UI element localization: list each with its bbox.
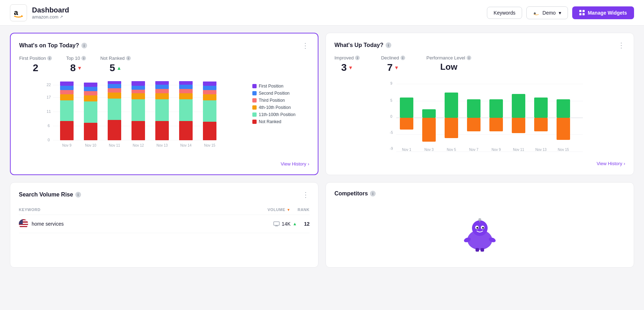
- svg-rect-54: [179, 93, 193, 99]
- improved-value: 3 ▼: [334, 62, 360, 73]
- search-volume-card: Search Volume Rise i ⋮ KEYWORD VOLUME ▼ …: [10, 182, 318, 268]
- svg-text:Nov 9: Nov 9: [492, 148, 501, 152]
- whats-on-top-card: What's on Top Today? i ⋮ First Position …: [10, 33, 318, 175]
- svg-rect-40: [132, 93, 145, 99]
- top10-value: 8 ▼: [66, 62, 86, 74]
- legend-color-second: [252, 91, 257, 95]
- whats-up-card: What's Up Today? i ⋮ Improved i 3 ▼ Decl…: [326, 33, 634, 175]
- svg-rect-108: [19, 225, 28, 226]
- svg-rect-57: [179, 81, 193, 85]
- svg-rect-76: [400, 98, 413, 118]
- manage-widgets-button[interactable]: Manage Widgets: [572, 6, 634, 19]
- top10-info[interactable]: i: [81, 56, 86, 61]
- svg-rect-86: [467, 118, 481, 131]
- declined-info[interactable]: i: [401, 56, 405, 60]
- svg-rect-27: [84, 91, 97, 95]
- svg-rect-48: [155, 89, 169, 93]
- grid-icon: [579, 10, 585, 16]
- svg-rect-5: [579, 13, 581, 15]
- top-chart-area: 22 17 11 6 0: [19, 81, 309, 157]
- info-icon[interactable]: i: [81, 43, 87, 48]
- svg-rect-20: [60, 90, 74, 94]
- competitors-illustration: [334, 203, 625, 259]
- svg-rect-59: [203, 122, 216, 140]
- svg-text:-9: -9: [390, 147, 393, 151]
- svg-rect-52: [179, 121, 193, 140]
- search-volume-info-icon[interactable]: i: [75, 192, 81, 198]
- improved-info[interactable]: i: [355, 56, 360, 60]
- search-volume-more-icon[interactable]: ⋮: [302, 190, 310, 199]
- volume-column-header[interactable]: VOLUME ▼: [268, 207, 290, 212]
- svg-rect-95: [534, 118, 548, 131]
- svg-rect-56: [179, 85, 193, 89]
- legend-third-position: Third Position: [252, 98, 309, 103]
- svg-text:Nov 13: Nov 13: [156, 143, 168, 147]
- whats-up-view-history-link[interactable]: View History ›: [334, 161, 625, 166]
- chevron-down-icon: ▾: [559, 10, 561, 16]
- svg-text:Nov 11: Nov 11: [513, 148, 524, 152]
- not-ranked-stat: Not Ranked i 5 ▲: [100, 56, 131, 74]
- legend-4th-10th: 4th-10th Position: [252, 105, 309, 110]
- svg-text:Nov 15: Nov 15: [558, 148, 569, 152]
- svg-rect-98: [557, 118, 570, 140]
- rank-cell: 12: [304, 221, 310, 227]
- monitor-icon: [273, 221, 280, 226]
- competitors-info-icon[interactable]: i: [370, 191, 376, 196]
- svg-rect-43: [132, 81, 145, 86]
- legend-color-eleventh: [252, 112, 257, 117]
- svg-text:Nov 3: Nov 3: [424, 148, 434, 152]
- volume-cell: 14K ▲: [273, 221, 297, 227]
- svg-rect-34: [108, 88, 121, 93]
- amazon-logo: a: [10, 4, 27, 21]
- not-ranked-info[interactable]: i: [126, 56, 131, 61]
- svg-rect-79: [422, 109, 436, 118]
- svg-text:Nov 9: Nov 9: [62, 143, 72, 147]
- svg-rect-83: [445, 118, 458, 138]
- svg-point-116: [472, 220, 488, 236]
- svg-rect-62: [203, 90, 216, 94]
- us-flag-icon: [19, 219, 28, 228]
- view-history-link[interactable]: View History ›: [19, 161, 309, 167]
- keyword-cell: home services: [19, 219, 266, 228]
- svg-rect-42: [132, 86, 145, 90]
- perf-info[interactable]: i: [467, 56, 471, 60]
- svg-text:Nov 7: Nov 7: [469, 148, 479, 152]
- brand-section: a Dashboard amazon.com ↗: [10, 4, 487, 21]
- bottom-row: Search Volume Rise i ⋮ KEYWORD VOLUME ▼ …: [0, 182, 644, 275]
- svg-text:Nov 5: Nov 5: [447, 148, 456, 152]
- svg-rect-47: [155, 93, 169, 99]
- volume-sort-icon: ▼: [287, 208, 290, 212]
- svg-rect-82: [445, 93, 458, 118]
- top-stats-row: First Position i 2 Top 10 i 8 ▼: [19, 56, 309, 74]
- whats-up-info-icon[interactable]: i: [386, 42, 391, 48]
- demo-selector[interactable]: a Demo ▾: [526, 6, 568, 19]
- more-options-icon[interactable]: ⋮: [302, 41, 309, 50]
- svg-text:0: 0: [390, 115, 392, 119]
- svg-rect-38: [132, 121, 145, 140]
- competitors-card: Competitors i: [326, 182, 634, 268]
- page-title: Dashboard: [32, 6, 69, 14]
- not-ranked-trend-icon: ▲: [117, 65, 122, 71]
- svg-rect-50: [155, 81, 169, 85]
- svg-rect-18: [60, 100, 74, 121]
- svg-text:11: 11: [47, 109, 51, 114]
- svg-line-1: [21, 15, 22, 16]
- improved-stat: Improved i 3 ▼: [334, 55, 360, 73]
- svg-rect-97: [557, 99, 570, 118]
- svg-text:Nov 10: Nov 10: [85, 143, 96, 147]
- svg-rect-77: [400, 118, 413, 130]
- svg-text:0: 0: [48, 138, 50, 142]
- top-chart-svg: 22 17 11 6 0: [19, 81, 243, 156]
- svg-rect-3: [579, 10, 581, 12]
- volume-trend-icon: ▲: [293, 221, 297, 226]
- whats-up-more-icon[interactable]: ⋮: [618, 41, 625, 49]
- legend-color-not-ranked: [252, 120, 257, 124]
- first-position-info[interactable]: i: [47, 56, 52, 61]
- svg-rect-61: [203, 94, 216, 100]
- whats-up-title: What's Up Today? i: [334, 42, 391, 48]
- svg-point-121: [477, 227, 478, 229]
- bipolar-chart-svg: 9 5 0 -5 -9 Nov 1 Nov 3: [345, 80, 625, 155]
- svg-rect-17: [60, 121, 74, 140]
- keywords-button[interactable]: Keywords: [487, 7, 522, 19]
- svg-text:Nov 1: Nov 1: [402, 148, 412, 152]
